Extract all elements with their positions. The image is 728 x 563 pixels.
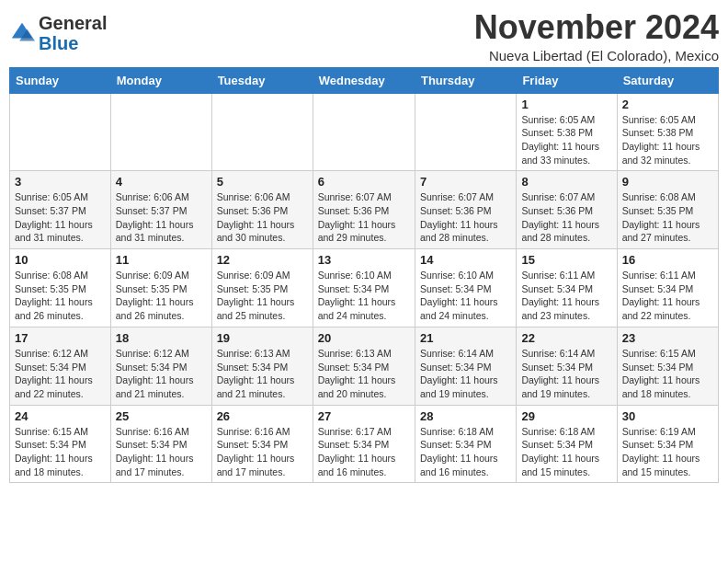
weekday-header-thursday: Thursday: [415, 67, 516, 93]
cell-info: Sunrise: 6:14 AM Sunset: 5:34 PM Dayligh…: [521, 347, 611, 401]
weekday-header-tuesday: Tuesday: [211, 67, 313, 93]
cell-info: Sunrise: 6:10 AM Sunset: 5:34 PM Dayligh…: [318, 269, 410, 323]
calendar-cell: 14Sunrise: 6:10 AM Sunset: 5:34 PM Dayli…: [415, 249, 516, 327]
cell-info: Sunrise: 6:05 AM Sunset: 5:38 PM Dayligh…: [521, 113, 611, 167]
weekday-header-sunday: Sunday: [10, 67, 111, 93]
cell-info: Sunrise: 6:16 AM Sunset: 5:34 PM Dayligh…: [217, 425, 308, 479]
calendar-cell: 18Sunrise: 6:12 AM Sunset: 5:34 PM Dayli…: [110, 327, 211, 405]
cell-info: Sunrise: 6:08 AM Sunset: 5:35 PM Dayligh…: [622, 190, 713, 245]
cell-info: Sunrise: 6:10 AM Sunset: 5:34 PM Dayligh…: [420, 269, 511, 323]
cell-day-number: 22: [521, 331, 611, 345]
calendar-cell: 6Sunrise: 6:07 AM Sunset: 5:36 PM Daylig…: [313, 171, 415, 249]
calendar-cell: 30Sunrise: 6:19 AM Sunset: 5:34 PM Dayli…: [617, 405, 718, 483]
calendar-cell: [110, 93, 211, 171]
calendar-cell: 3Sunrise: 6:05 AM Sunset: 5:37 PM Daylig…: [10, 171, 111, 249]
location-subtitle: Nueva Libertad (El Colorado), Mexico: [474, 48, 719, 63]
cell-day-number: 14: [420, 253, 511, 267]
calendar-cell: 27Sunrise: 6:17 AM Sunset: 5:34 PM Dayli…: [313, 405, 415, 483]
cell-info: Sunrise: 6:08 AM Sunset: 5:35 PM Dayligh…: [15, 269, 106, 323]
logo-text: General Blue: [39, 13, 107, 53]
calendar-cell: 23Sunrise: 6:15 AM Sunset: 5:34 PM Dayli…: [617, 327, 718, 405]
cell-info: Sunrise: 6:07 AM Sunset: 5:36 PM Dayligh…: [521, 190, 611, 245]
calendar-cell: 19Sunrise: 6:13 AM Sunset: 5:34 PM Dayli…: [211, 327, 313, 405]
cell-day-number: 30: [622, 409, 713, 423]
page-header: General Blue November 2024 Nueva Liberta…: [9, 9, 719, 63]
cell-day-number: 15: [521, 253, 611, 267]
calendar-cell: 1Sunrise: 6:05 AM Sunset: 5:38 PM Daylig…: [517, 93, 617, 171]
cell-info: Sunrise: 6:05 AM Sunset: 5:37 PM Dayligh…: [15, 190, 106, 245]
weekday-header-wednesday: Wednesday: [313, 67, 415, 93]
calendar-cell: 10Sunrise: 6:08 AM Sunset: 5:35 PM Dayli…: [10, 249, 111, 327]
cell-day-number: 29: [521, 409, 611, 423]
logo-icon: [9, 20, 35, 46]
calendar-cell: 7Sunrise: 6:07 AM Sunset: 5:36 PM Daylig…: [415, 171, 516, 249]
cell-day-number: 28: [420, 409, 511, 423]
calendar-cell: 29Sunrise: 6:18 AM Sunset: 5:34 PM Dayli…: [517, 405, 617, 483]
calendar-cell: 15Sunrise: 6:11 AM Sunset: 5:34 PM Dayli…: [517, 249, 617, 327]
cell-day-number: 13: [318, 253, 410, 267]
calendar-cell: 5Sunrise: 6:06 AM Sunset: 5:36 PM Daylig…: [211, 171, 313, 249]
cell-day-number: 2: [622, 98, 713, 111]
cell-day-number: 10: [15, 253, 106, 267]
calendar-week-row: 3Sunrise: 6:05 AM Sunset: 5:37 PM Daylig…: [10, 171, 719, 249]
calendar-cell: 24Sunrise: 6:15 AM Sunset: 5:34 PM Dayli…: [10, 405, 111, 483]
calendar-cell: [313, 93, 415, 171]
calendar-cell: [211, 93, 313, 171]
cell-info: Sunrise: 6:19 AM Sunset: 5:34 PM Dayligh…: [622, 425, 713, 479]
cell-info: Sunrise: 6:09 AM Sunset: 5:35 PM Dayligh…: [116, 269, 207, 323]
calendar-cell: 8Sunrise: 6:07 AM Sunset: 5:36 PM Daylig…: [517, 171, 617, 249]
cell-day-number: 21: [420, 331, 511, 345]
cell-info: Sunrise: 6:16 AM Sunset: 5:34 PM Dayligh…: [116, 425, 207, 479]
cell-day-number: 16: [622, 253, 713, 267]
cell-day-number: 1: [521, 98, 611, 111]
calendar-cell: 21Sunrise: 6:14 AM Sunset: 5:34 PM Dayli…: [415, 327, 516, 405]
cell-day-number: 9: [622, 175, 713, 189]
cell-day-number: 3: [15, 175, 106, 189]
cell-info: Sunrise: 6:17 AM Sunset: 5:34 PM Dayligh…: [318, 425, 410, 479]
cell-info: Sunrise: 6:15 AM Sunset: 5:34 PM Dayligh…: [622, 347, 713, 401]
cell-info: Sunrise: 6:11 AM Sunset: 5:34 PM Dayligh…: [521, 269, 611, 323]
cell-info: Sunrise: 6:18 AM Sunset: 5:34 PM Dayligh…: [521, 425, 611, 479]
cell-day-number: 4: [116, 175, 207, 189]
cell-day-number: 7: [420, 175, 511, 189]
cell-info: Sunrise: 6:11 AM Sunset: 5:34 PM Dayligh…: [622, 269, 713, 323]
cell-info: Sunrise: 6:07 AM Sunset: 5:36 PM Dayligh…: [318, 190, 410, 245]
calendar-cell: 2Sunrise: 6:05 AM Sunset: 5:38 PM Daylig…: [617, 93, 718, 171]
calendar-week-row: 17Sunrise: 6:12 AM Sunset: 5:34 PM Dayli…: [10, 327, 719, 405]
calendar-cell: 9Sunrise: 6:08 AM Sunset: 5:35 PM Daylig…: [617, 171, 718, 249]
cell-info: Sunrise: 6:12 AM Sunset: 5:34 PM Dayligh…: [116, 347, 207, 401]
cell-day-number: 23: [622, 331, 713, 345]
calendar-cell: 25Sunrise: 6:16 AM Sunset: 5:34 PM Dayli…: [110, 405, 211, 483]
month-title: November 2024: [474, 9, 719, 46]
cell-info: Sunrise: 6:09 AM Sunset: 5:35 PM Dayligh…: [217, 269, 308, 323]
cell-day-number: 25: [116, 409, 207, 423]
cell-day-number: 6: [318, 175, 410, 189]
cell-info: Sunrise: 6:07 AM Sunset: 5:36 PM Dayligh…: [420, 190, 511, 245]
cell-day-number: 17: [15, 331, 106, 345]
logo-general: General: [39, 13, 107, 33]
cell-day-number: 18: [116, 331, 207, 345]
calendar-week-row: 1Sunrise: 6:05 AM Sunset: 5:38 PM Daylig…: [10, 93, 719, 171]
calendar-cell: 17Sunrise: 6:12 AM Sunset: 5:34 PM Dayli…: [10, 327, 111, 405]
cell-day-number: 19: [217, 331, 308, 345]
calendar-cell: 22Sunrise: 6:14 AM Sunset: 5:34 PM Dayli…: [517, 327, 617, 405]
logo: General Blue: [9, 13, 107, 53]
calendar-cell: 26Sunrise: 6:16 AM Sunset: 5:34 PM Dayli…: [211, 405, 313, 483]
cell-day-number: 12: [217, 253, 308, 267]
cell-day-number: 24: [15, 409, 106, 423]
cell-info: Sunrise: 6:18 AM Sunset: 5:34 PM Dayligh…: [420, 425, 511, 479]
cell-info: Sunrise: 6:06 AM Sunset: 5:36 PM Dayligh…: [217, 190, 308, 245]
calendar-cell: 11Sunrise: 6:09 AM Sunset: 5:35 PM Dayli…: [110, 249, 211, 327]
cell-info: Sunrise: 6:13 AM Sunset: 5:34 PM Dayligh…: [318, 347, 410, 401]
cell-info: Sunrise: 6:06 AM Sunset: 5:37 PM Dayligh…: [116, 190, 207, 245]
calendar-cell: [415, 93, 516, 171]
cell-info: Sunrise: 6:12 AM Sunset: 5:34 PM Dayligh…: [15, 347, 106, 401]
calendar-table: SundayMondayTuesdayWednesdayThursdayFrid…: [9, 67, 719, 484]
cell-day-number: 5: [217, 175, 308, 189]
calendar-cell: [10, 93, 111, 171]
calendar-cell: 12Sunrise: 6:09 AM Sunset: 5:35 PM Dayli…: [211, 249, 313, 327]
title-block: November 2024 Nueva Libertad (El Colorad…: [474, 9, 719, 63]
calendar-cell: 20Sunrise: 6:13 AM Sunset: 5:34 PM Dayli…: [313, 327, 415, 405]
weekday-header-friday: Friday: [517, 67, 617, 93]
cell-day-number: 27: [318, 409, 410, 423]
